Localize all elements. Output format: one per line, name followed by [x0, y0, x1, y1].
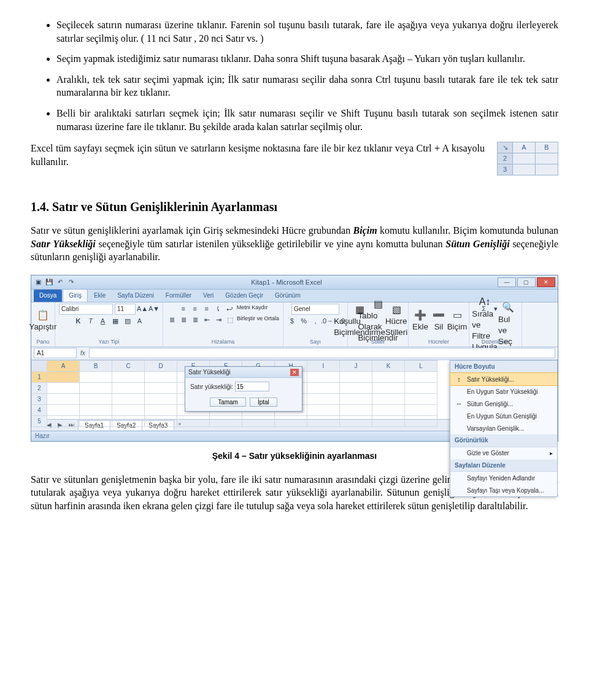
col-i[interactable]: I [307, 360, 340, 371]
cell-styles-icon[interactable]: ▧Hücre Stilleri [388, 311, 404, 329]
align-left-icon[interactable]: ≣ [167, 315, 177, 325]
menu-col-width[interactable]: ↔Sütun Genişliği... [450, 398, 557, 410]
menu-autofit-row[interactable]: En Uygun Satır Yüksekliği [450, 385, 557, 398]
tab-home[interactable]: Giriş [63, 289, 88, 302]
font-name-select[interactable]: Calibri [59, 304, 113, 315]
insert-cells-icon[interactable]: ➕Ekle [412, 311, 428, 329]
menu-default-width[interactable]: Varsayılan Genişlik... [450, 422, 557, 434]
merge-icon[interactable]: ⬚ [225, 315, 235, 325]
menu-hide-show[interactable]: Gizle ve Göster▸ [450, 447, 557, 460]
group-cells: ➕Ekle ➖Sil ▭Biçim Hücreler [409, 302, 469, 347]
font-color-icon[interactable]: A [135, 316, 145, 326]
para-format-command: Satır ve sütun genişliklerini ayarlamak … [31, 224, 558, 264]
titlebar: ▣ 💾 ↶ ↷ Kitap1 - Microsoft Excel — ▢ ✕ [31, 275, 558, 290]
col-c[interactable]: C [112, 360, 145, 371]
row-2[interactable]: 2 [32, 382, 47, 393]
redo-icon[interactable]: ↷ [67, 278, 75, 287]
fill-color-icon[interactable]: ▨ [123, 316, 133, 326]
group-font: Calibri 11 A▲ A▼ K T A ▦ ▨ A Yazı Tipi [55, 302, 163, 347]
bullet-4: Belli bir aralıktaki satırları seçmek iç… [56, 107, 558, 133]
col-l[interactable]: L [405, 360, 437, 371]
menu-header-organize: Sayfaları Düzenle [450, 460, 557, 472]
undo-icon[interactable]: ↶ [56, 278, 64, 287]
menu-header-cell-size: Hücre Boyutu [450, 361, 557, 374]
sheet-area: A B C D E F G H I J K L 1 2 3 4 5 [31, 360, 558, 419]
mini-sheet-corner[interactable]: ↘ [498, 142, 513, 153]
decrease-font-icon[interactable]: A▼ [149, 304, 159, 313]
minimize-button[interactable]: — [498, 277, 516, 287]
tab-insert[interactable]: Ekle [88, 290, 111, 302]
heading-1-4: 1.4. Satır ve Sütun Genişliklerinin Ayar… [31, 199, 558, 215]
underline-button[interactable]: A [98, 316, 108, 326]
sort-filter-icon[interactable]: A↕Sırala ve Filtre Uygula [473, 315, 496, 333]
align-center-icon[interactable]: ≣ [179, 315, 188, 325]
tab-file[interactable]: Dosya [34, 290, 62, 302]
tab-formulas[interactable]: Formüller [160, 290, 197, 302]
tab-review[interactable]: Gözden Geçir [220, 290, 269, 302]
mini-sheet-row-2[interactable]: 2 [498, 153, 513, 164]
tab-data[interactable]: Veri [198, 290, 219, 302]
col-j[interactable]: J [340, 360, 372, 371]
dialog-close-icon[interactable]: ✕ [290, 369, 299, 376]
select-all-corner[interactable] [32, 360, 47, 371]
comma-icon[interactable]: , [310, 316, 320, 326]
mini-sheet-col-b[interactable]: B [536, 142, 558, 153]
decrease-indent-icon[interactable]: ⇤ [202, 315, 212, 325]
align-bottom-icon[interactable]: ≡ [202, 304, 212, 313]
ribbon: 📋Yapıştır Pano Calibri 11 A▲ A▼ K T A ▦ [31, 302, 558, 347]
col-k[interactable]: K [372, 360, 405, 371]
align-middle-icon[interactable]: ≡ [190, 304, 200, 313]
save-icon[interactable]: 💾 [45, 278, 53, 287]
wrap-text-icon[interactable]: ⮐ [225, 304, 235, 313]
format-cells-icon[interactable]: ▭Biçim [449, 311, 465, 329]
excel-window: ▣ 💾 ↶ ↷ Kitap1 - Microsoft Excel — ▢ ✕ D… [31, 275, 558, 442]
figure-excel: ▣ 💾 ↶ ↷ Kitap1 - Microsoft Excel — ▢ ✕ D… [31, 275, 558, 442]
mini-sheet-row-3[interactable]: 3 [498, 164, 513, 175]
align-top-icon[interactable]: ≡ [179, 304, 188, 313]
window-title: Kitap1 - Microsoft Excel [251, 278, 322, 287]
col-a[interactable]: A [47, 360, 80, 371]
menu-autofit-col[interactable]: En Uygun Sütun Genişliği [450, 410, 557, 422]
ok-button[interactable]: Tamam [210, 398, 246, 407]
italic-button[interactable]: T [86, 316, 96, 326]
para-select-all: Excel tüm sayfayı seçmek için sütun ve s… [31, 142, 558, 168]
increase-decimal-icon[interactable]: .0→ [322, 316, 332, 326]
col-width-icon: ↔ [455, 399, 463, 408]
delete-cells-icon[interactable]: ➖Sil [431, 311, 447, 329]
fx-icon[interactable]: fx [80, 349, 85, 358]
status-text: Hazır [35, 432, 50, 440]
row-3[interactable]: 3 [32, 393, 47, 404]
formula-input[interactable] [89, 348, 555, 358]
increase-indent-icon[interactable]: ⇥ [214, 315, 223, 325]
tab-page-layout[interactable]: Sayfa Düzeni [112, 290, 159, 302]
bold-button[interactable]: K [74, 316, 83, 326]
row-4[interactable]: 4 [32, 404, 47, 415]
paste-icon[interactable]: 📋Yapıştır [35, 311, 51, 329]
increase-font-icon[interactable]: A▲ [137, 304, 147, 313]
find-select-icon[interactable]: 🔍Bul ve Seç [498, 315, 518, 333]
close-button[interactable]: ✕ [537, 277, 555, 287]
row-height-input[interactable] [235, 382, 269, 391]
border-icon[interactable]: ▦ [110, 316, 120, 326]
maximize-button[interactable]: ▢ [517, 277, 536, 287]
menu-move-copy-sheet[interactable]: Sayfayı Taşı veya Kopyala... [450, 484, 557, 496]
number-format-select[interactable]: Genel [291, 304, 339, 315]
tab-view[interactable]: Görünüm [269, 290, 306, 302]
menu-rename-sheet[interactable]: Sayfayı Yeniden Adlandır [450, 472, 557, 484]
group-styles: ▦Koşullu Biçimlendirme ▤Tablo Olarak Biç… [348, 302, 409, 347]
bullet-list: Seçilecek satırın numarası üzerine tıkla… [31, 18, 558, 133]
menu-row-height[interactable]: ↕Satır Yüksekliği... [450, 372, 558, 386]
col-d[interactable]: D [145, 360, 177, 371]
align-right-icon[interactable]: ≣ [190, 315, 200, 325]
cancel-button[interactable]: İptal [250, 398, 277, 407]
row-1[interactable]: 1 [32, 371, 47, 382]
mini-sheet-col-a[interactable]: A [513, 142, 536, 153]
col-b[interactable]: B [80, 360, 112, 371]
name-box[interactable]: A1 [34, 348, 77, 358]
row-5[interactable]: 5 [32, 415, 47, 426]
currency-icon[interactable]: $ [287, 316, 297, 326]
format-as-table-icon[interactable]: ▤Tablo Olarak Biçimlendir [370, 311, 386, 329]
orientation-icon[interactable]: ⤹ [214, 304, 223, 313]
percent-icon[interactable]: % [299, 316, 309, 326]
font-size-select[interactable]: 11 [115, 304, 136, 315]
